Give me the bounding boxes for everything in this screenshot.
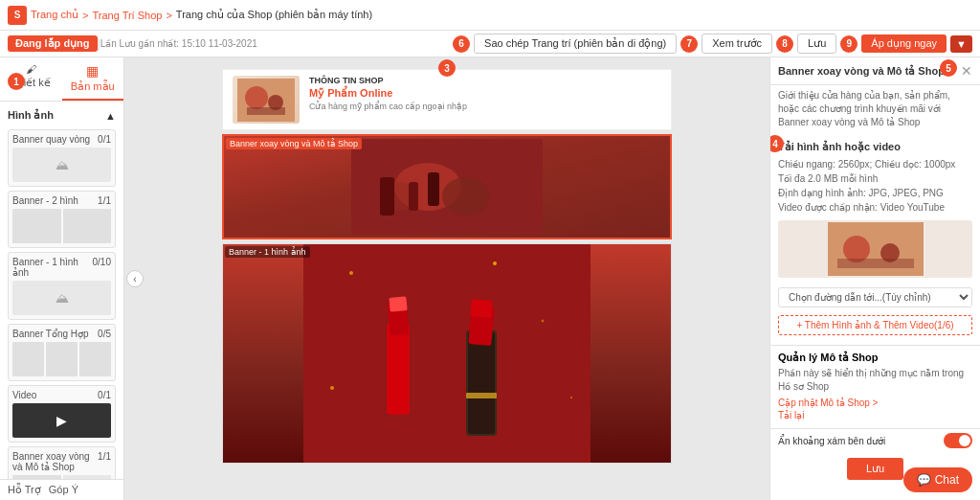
lipstick-svg — [303, 244, 590, 463]
gop-y-link[interactable]: Góp Ý — [49, 484, 78, 496]
toggle-switch[interactable] — [944, 433, 972, 448]
number-6-badge: 6 — [453, 35, 470, 53]
svg-rect-27 — [466, 393, 497, 398]
add-media-button[interactable]: + Thêm Hình ảnh & Thêm Video(1/6) — [778, 315, 972, 335]
svg-point-18 — [570, 397, 572, 398]
last-save-label: Lần Lưu gần nhất: 15:10 11-03-2021 — [100, 38, 257, 49]
shop-name: Mỹ Phẩm Online — [309, 87, 661, 100]
sidebar-section: Hình ảnh ▲ Banner quay vòng 0/1 ⛰ Banner… — [0, 102, 123, 479]
sidebar-item-video[interactable]: Video 0/1 ▶ — [8, 385, 116, 443]
manage-desc: Phần này sẽ hiển thị những mục nằm trong… — [778, 367, 972, 394]
upload-section-title: Tải hình ảnh hoặc video — [778, 141, 972, 153]
play-icon: ▶ — [56, 413, 67, 428]
second-bar: Đang lắp dụng | Lần Lưu gần nhất: 15:10 … — [0, 31, 980, 57]
cosmetics-banner-image — [224, 136, 670, 238]
svg-rect-31 — [837, 259, 914, 268]
breadcrumb-sep2: > — [166, 10, 171, 21]
spec-1: Chiều ngang: 2560px; Chiều dọc: 1000px — [778, 157, 972, 171]
toggle-label: Ẩn khoảng xám bên dưới — [778, 436, 885, 446]
thumbnail-svg — [828, 222, 924, 276]
sidebar-group-hinh-anh[interactable]: Hình ảnh ▲ — [0, 105, 123, 125]
sidebar-item-banner-tonghop-label: Banner Tổng Hợp — [12, 329, 89, 339]
breadcrumb-shop-decor[interactable]: Trang Trí Shop — [92, 10, 162, 21]
spec-2: Tối đa 2.0 MB mỗi hình — [778, 171, 972, 186]
breadcrumb: Trang chủ > Trang Trí Shop > Trang chủ c… — [31, 9, 372, 21]
svg-point-29 — [843, 236, 870, 262]
breadcrumb-home[interactable]: Trang chủ — [31, 9, 78, 21]
spec-4: Video được chấp nhận: Video YouTube — [778, 200, 972, 215]
shop-logo-area — [233, 76, 300, 124]
svg-rect-8 — [380, 177, 394, 216]
svg-point-16 — [542, 320, 545, 323]
update-shop-desc-link[interactable]: Cập nhật Mô tả Shop > — [778, 398, 972, 408]
right-panel-title: Banner xoay vòng và Mô tả Shop — [778, 65, 945, 78]
canvas-banner-1hinh: Banner - 1 hình ảnh — [222, 243, 672, 464]
svg-rect-22 — [389, 296, 407, 312]
svg-rect-9 — [428, 172, 439, 206]
svg-rect-26 — [470, 299, 492, 318]
status-tag: Đang lắp dụng — [8, 35, 98, 52]
sidebar-item-banner-xoay-mota-label: Banner xoay vòng và Mô tả Shop — [12, 451, 98, 472]
image-placeholder-icon: ⛰ — [56, 157, 69, 172]
svg-rect-12 — [303, 244, 590, 463]
banner-xoay-label: Banner xoay vòng và Mô tả Shop — [226, 138, 362, 149]
right-panel: 5 Banner xoay vòng và Mô tả Shop ✕ Giới … — [769, 57, 980, 500]
canvas-shop-info-block: THÔNG TIN SHOP Mỹ Phẩm Online Cửa hàng m… — [222, 69, 672, 130]
save-button[interactable]: Lưu — [797, 34, 836, 54]
manage-title: Quản lý Mô tả Shop — [778, 352, 972, 364]
action-group: 6 Sao chép Trang trí (phiên bản di động)… — [453, 34, 972, 54]
copy-button-label: Sao chép Trang trí (phiên bản di động) — [484, 37, 666, 50]
chat-icon: 💬 — [917, 473, 931, 487]
sidebar-item-banner-xoay-mota-count: 1/1 — [98, 451, 111, 472]
svg-point-15 — [493, 261, 497, 265]
preview-button[interactable]: Xem trước — [702, 34, 772, 54]
canvas-pages: 3 THÔNG TIN SHOP — [124, 57, 769, 471]
apply-button[interactable]: Áp dụng ngay — [861, 34, 947, 53]
breadcrumb-current: Trang chủ của Shop (phiên bản máy tính) — [176, 9, 372, 21]
main-layout: 🖌 Thiết kế ▦ Bản mẫu 1 2 Hình ảnh ▲ — [0, 57, 980, 500]
svg-rect-24 — [468, 332, 495, 434]
sidebar-item-banner-tonghop[interactable]: Banner Tổng Hợp 0/5 — [8, 324, 116, 381]
sidebar-item-video-label: Video — [12, 390, 36, 400]
ho-tro-link[interactable]: Hỗ Trợ — [8, 484, 41, 496]
canvas-scroll-left[interactable]: ‹ — [126, 270, 144, 287]
media-thumbnail — [778, 220, 972, 278]
svg-rect-10 — [409, 182, 418, 211]
cosmetics-thumbnail-icon — [237, 79, 295, 122]
sidebar-item-banner-quay-vong[interactable]: Banner quay vòng 0/1 ⛰ — [8, 129, 116, 187]
sidebar-item-banner-quay-vong-count: 0/1 — [98, 134, 111, 145]
spec-3: Định dạng hình ảnh: JPG, JPEG, PNG — [778, 186, 972, 200]
toggle-row: Ẩn khoảng xám bên dưới — [770, 428, 980, 452]
apply-dropdown-button[interactable]: ▼ — [950, 35, 972, 53]
app-logo: S — [8, 6, 27, 25]
breadcrumb-sep1: > — [82, 10, 88, 21]
svg-rect-3 — [247, 107, 285, 115]
number-9-badge: 9 — [840, 35, 858, 53]
right-panel-desc: Giới thiệu cửa hàng của bạn, sản phẩm, h… — [770, 85, 980, 135]
template-icon: ▦ — [86, 63, 99, 79]
sidebar-item-banner-2hinh[interactable]: Banner - 2 hình 1/1 — [8, 191, 116, 248]
right-panel-close-button[interactable]: ✕ — [961, 63, 972, 79]
canvas-banner-xoay: Banner xoay vòng và Mô tả Shop — [222, 134, 672, 239]
canvas-area: ‹ 3 — [124, 57, 769, 500]
chat-button[interactable]: 💬 Chat — [903, 467, 972, 492]
sidebar-item-banner-1hinh[interactable]: Banner - 1 hình ảnh 0/10 ⛰ — [8, 252, 116, 320]
cosmetics-svg — [351, 139, 543, 235]
sidebar-item-banner-2hinh-count: 1/1 — [98, 195, 111, 206]
sidebar-item-video-count: 0/1 — [98, 390, 111, 400]
sidebar-tab-ban-mau[interactable]: ▦ Bản mẫu — [62, 57, 124, 101]
copy-button[interactable]: Sao chép Trang trí (phiên bản di động) — [474, 34, 677, 54]
number-8-badge: 8 — [776, 35, 793, 53]
sidebar-item-banner-1hinh-label: Banner - 1 hình ảnh — [12, 257, 93, 278]
right-panel-manage: Quản lý Mô tả Shop Phần này sẽ hiển thị … — [770, 345, 980, 428]
reload-link[interactable]: Tải lại — [778, 410, 972, 420]
panel-save-button[interactable]: Lưu — [847, 458, 903, 480]
svg-point-17 — [330, 386, 334, 390]
link-select[interactable]: Chọn đường dẫn tới...(Tùy chỉnh) — [778, 287, 972, 307]
number-7-badge: 7 — [680, 35, 698, 53]
banner-1hinh-label: Banner - 1 hình ảnh — [225, 246, 310, 258]
right-panel-upload-section: Tải hình ảnh hoặc video Chiều ngang: 256… — [770, 135, 980, 345]
top-bar: S Trang chủ > Trang Trí Shop > Trang chủ… — [0, 0, 980, 31]
sidebar-item-banner-quay-vong-label: Banner quay vòng — [12, 134, 90, 145]
sidebar-item-banner-xoay-mota[interactable]: Banner xoay vòng và Mô tả Shop 1/1 Aa — [8, 446, 116, 479]
